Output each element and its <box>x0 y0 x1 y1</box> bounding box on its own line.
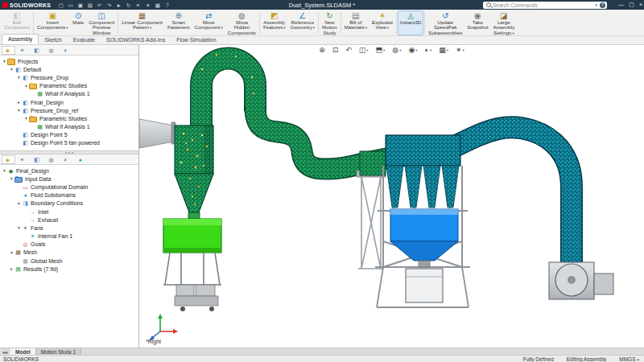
select-icon[interactable]: ► <box>115 2 122 9</box>
tree-item-computational-domain[interactable]: ▭Computational Domain <box>2 183 138 191</box>
minimize-button[interactable]: — <box>618 0 624 10</box>
tab-assembly[interactable]: Assembly <box>2 34 39 44</box>
ribbon-button-show-hidden-components[interactable]: ◍ShowHiddenComponents <box>225 10 258 35</box>
tree-item-projects[interactable]: ▾Projects <box>2 57 138 65</box>
dropdown-chevron-icon[interactable]: ▾ <box>399 48 401 52</box>
viewport-previous-view-button[interactable]: ↶ <box>345 46 352 55</box>
tree-item-default[interactable]: ▾◧Default <box>2 65 138 73</box>
options-icon[interactable]: ✶ <box>144 2 151 9</box>
ribbon-button-large-assembly-settings[interactable]: ◪LargeAssemblySettings▾ <box>490 10 517 35</box>
dropdown-chevron-icon[interactable]: ▾ <box>283 26 285 30</box>
tree-item-design-point-5-fan-powered[interactable]: ◧Design Point 5 fan powered <box>2 139 138 147</box>
ribbon-button-insert-components[interactable]: ▣InsertComponents▾ <box>35 10 70 35</box>
dropdown-chevron-icon[interactable]: ▾ <box>313 26 315 30</box>
viewport-edit-appearance-button[interactable]: ◐▾ <box>425 46 432 55</box>
tree-item-final-design[interactable]: ▾◆Final_Design <box>2 167 138 175</box>
panel-tab-displaymanager-tab[interactable]: ◐ <box>60 155 73 164</box>
print-icon[interactable]: ▤ <box>86 2 93 9</box>
rebuild-icon[interactable]: ↻ <box>125 2 132 9</box>
color-swatch-icon[interactable]: ▦ <box>154 2 161 9</box>
dropdown-chevron-icon[interactable]: ▾ <box>365 26 367 30</box>
ribbon-button-component-preview-window[interactable]: ◫ComponentPreviewWindow <box>86 10 117 35</box>
panel-tab-configurationmanager-tab[interactable]: ◧ <box>31 46 44 55</box>
search-input[interactable] <box>493 2 594 8</box>
open-document-icon[interactable]: ▭ <box>67 2 74 9</box>
tab-flow-simulation[interactable]: Flow Simulation <box>171 35 221 44</box>
tree-item-what-if-analysis-1[interactable]: ▦What If Analysis 1 <box>2 123 138 131</box>
panel-tab-featuremanager-tab[interactable]: ◈ <box>2 155 15 164</box>
redo-icon[interactable]: ↷ <box>105 2 113 9</box>
new-document-icon[interactable]: ▢ <box>57 2 64 9</box>
ribbon-button-new-motion-study[interactable]: ↻NewMotionStudy <box>320 10 340 35</box>
panel-tab-dimxpertmanager-tab[interactable]: ◍ <box>45 46 59 55</box>
tree-item-final-design[interactable]: ▸◧Final_Design <box>2 98 138 106</box>
tree-item-goals[interactable]: ◎Goals <box>2 241 138 249</box>
dropdown-chevron-icon[interactable]: ▾ <box>415 48 417 52</box>
tree-caret-icon[interactable]: ▸ <box>16 100 22 105</box>
dropdown-chevron-icon[interactable]: ▾ <box>366 48 368 52</box>
tree-caret-icon[interactable]: ▾ <box>9 176 14 181</box>
tree-caret-icon[interactable]: ▸ <box>9 266 14 271</box>
viewport-apply-scene-button[interactable]: ▦▾ <box>439 46 448 55</box>
tree-item-global-mesh[interactable]: ▦Global Mesh <box>2 257 138 265</box>
baghouse-collection-bin[interactable] <box>406 269 443 302</box>
panel-tab-dimxpertmanager-tab[interactable]: ◍ <box>45 155 59 164</box>
tree-item-what-if-analysis-1[interactable]: ▦What If Analysis 1 <box>2 90 138 98</box>
dropdown-chevron-icon[interactable]: ▾ <box>430 48 431 52</box>
tree-item-inlet[interactable]: →Inlet <box>2 208 138 216</box>
viewport-zoom-fit-button[interactable]: ⊕ <box>319 46 325 55</box>
unit-system-chevron-icon[interactable]: ▾ <box>637 357 639 362</box>
tree-item-fluid-subdomains[interactable]: ●Fluid Subdomains <box>2 191 138 200</box>
tab-scroll-arrows[interactable]: ◂▸ <box>0 349 10 355</box>
ribbon-button-smart-fasteners[interactable]: ⊕SmartFasteners <box>165 10 192 35</box>
close-button[interactable]: × <box>639 0 642 10</box>
ribbon-button-assembly-features[interactable]: ◩AssemblyFeatures▾ <box>261 10 288 35</box>
viewport-view-settings-button[interactable]: ✶▾ <box>456 46 464 55</box>
tree-item-parametric-studies[interactable]: ▾Parametric Studies <box>2 114 138 122</box>
tree-caret-icon[interactable]: ▾ <box>2 59 7 64</box>
ribbon-button-take-snapshot[interactable]: ◉TakeSnapshot <box>464 10 490 35</box>
tree-item-fans[interactable]: ▾✶Fans <box>2 224 138 232</box>
tree-caret-icon[interactable]: ▾ <box>9 250 14 255</box>
panel-tab-configurationmanager-tab[interactable]: ◧ <box>31 155 44 164</box>
tab-sketch[interactable]: Sketch <box>39 35 67 44</box>
status-mmgs[interactable]: MMGS▾ <box>619 356 639 362</box>
ribbon-button-linear-component-pattern[interactable]: ▦Linear ComponentPattern▾ <box>119 10 165 35</box>
dust-system-3d-model[interactable] <box>139 45 644 348</box>
viewport-display-style-button[interactable]: ◍▾ <box>392 46 401 55</box>
tree-item-pressure-drop[interactable]: ▾◧Pressure_Drop <box>2 73 138 81</box>
tree-caret-icon[interactable]: ▾ <box>2 168 7 173</box>
tree-item-input-data[interactable]: ▾Input Data <box>2 175 138 183</box>
panel-tab-displaymanager-tab[interactable]: ◐ <box>60 46 73 55</box>
tree-item-pressure-drop-ref[interactable]: ▾◧Pressure_Drop_ref <box>2 106 138 114</box>
ribbon-button-exploded-view[interactable]: ✶ExplodedView▾ <box>369 10 395 35</box>
viewport-view-orientation-button[interactable]: ⬒▾ <box>376 46 386 55</box>
tree-item-internal-fan-1[interactable]: ✶Internal Fan 1 <box>2 232 138 241</box>
exhaust-blower[interactable] <box>549 262 613 299</box>
duct-junction-box[interactable] <box>360 151 386 175</box>
tree-item-mesh[interactable]: ▾▦Mesh <box>2 249 138 257</box>
tree-caret-icon[interactable]: ▾ <box>16 108 22 113</box>
undo-icon[interactable]: ↶ <box>96 2 103 9</box>
help-icon[interactable]: ? <box>600 2 605 8</box>
tree-item-parametric-studies[interactable]: ▾Parametric Studies <box>2 82 138 90</box>
ribbon-button-update-speedpak-subassemblies[interactable]: ↺UpdateSpeedPakSubassemblies <box>426 10 464 35</box>
dropdown-chevron-icon[interactable]: ▾ <box>387 26 389 30</box>
graphics-viewport[interactable]: ⊕⊡↶◫▾⬒▾◍▾◉▾◐▾▦▾✶▾ <box>139 45 644 348</box>
baghouse-filter[interactable] <box>375 135 470 307</box>
dropdown-chevron-icon[interactable]: ▾ <box>150 26 151 30</box>
tree-caret-icon[interactable]: ▾ <box>23 116 29 121</box>
tree-caret-icon[interactable]: ▾ <box>16 75 22 80</box>
dropdown-chevron-icon[interactable]: ▾ <box>447 48 448 52</box>
panel-tab-flow-simulation-tab[interactable]: ● <box>74 155 88 164</box>
ribbon-button-bill-of-materials[interactable]: ▤Bill ofMaterials▾ <box>342 10 369 35</box>
tree-item-exhaust[interactable]: →Exhaust <box>2 216 138 224</box>
ribbon-button-reference-geometry[interactable]: ∠ReferenceGeometry▾ <box>288 10 317 35</box>
tree-caret-icon[interactable]: ▾ <box>9 67 14 72</box>
file-properties-icon[interactable]: ≡ <box>134 2 142 9</box>
save-icon[interactable]: ▣ <box>76 2 84 9</box>
tree-caret-icon[interactable]: ▾ <box>23 84 29 88</box>
maximize-button[interactable]: ▢ <box>629 0 634 10</box>
dropdown-chevron-icon[interactable]: ▾ <box>221 26 223 30</box>
tree-item-results-7-fld[interactable]: ▸▤Results (7.fld) <box>2 265 138 273</box>
